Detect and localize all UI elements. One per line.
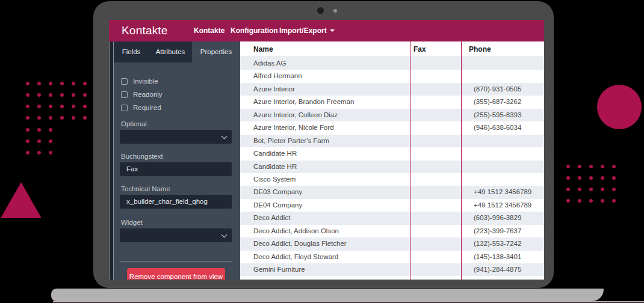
table-row[interactable]: Bot, Pieter Parter's Farm [240, 135, 544, 147]
remove-component-button[interactable]: Remove component from view [127, 268, 225, 280]
table-row[interactable]: Alfred Hermann [240, 70, 544, 82]
decoration-dot [578, 199, 581, 203]
decoration-dot [26, 151, 29, 155]
table-row[interactable]: DE03 Company+49 1512 3456789 [240, 186, 544, 198]
table-row[interactable]: Deco Addict, Floyd Steward(145)-138-3401 [240, 251, 544, 263]
table-row[interactable]: DE04 Company+49 1512 3456789 [240, 199, 544, 212]
sidebar-scrollbar[interactable] [109, 41, 114, 280]
decoration-dot-grid-left-top [22, 78, 90, 123]
widget-select[interactable] [120, 228, 232, 242]
checkbox-required[interactable]: Required [121, 101, 163, 114]
cell-phone: +49 1512 3456789 [461, 199, 544, 212]
app-header: Kontakte Kontakte Konfiguration Import/E… [109, 20, 544, 41]
optional-select[interactable] [120, 130, 232, 144]
menu-item-import-export[interactable]: Import/Export [279, 20, 335, 41]
decoration-dot [83, 82, 87, 85]
caret-down-icon [330, 29, 335, 32]
decoration-dot [37, 139, 41, 143]
decoration-dot [601, 165, 604, 168]
cell-phone [461, 161, 544, 173]
menu-item-kontakte[interactable]: Kontakte [194, 20, 224, 41]
column-header-name[interactable]: Name [240, 41, 410, 57]
studio-sidebar: Fields Attributes Properties Invisible R… [114, 41, 240, 280]
checkbox-icon[interactable] [121, 105, 128, 111]
cell-phone: (941)-284-4875 [461, 263, 544, 276]
tab-properties[interactable]: Properties [192, 41, 240, 63]
table-row[interactable]: Cisco System [240, 173, 544, 186]
table-row[interactable]: Deco Addict, Addison Olson(223)-399-7637 [240, 225, 544, 237]
menu-item-konfiguration[interactable]: Konfiguration [231, 20, 278, 41]
technical-name-input[interactable]: x_builder_char_field_qhog [120, 195, 232, 209]
screen: Kontakte Kontakte Konfiguration Import/E… [109, 20, 544, 280]
table-header: Name Fax Phone [240, 41, 544, 57]
cell-name: Deco Addict [240, 212, 410, 224]
decoration-dot [72, 105, 75, 108]
table-row[interactable]: Azure Interior, Colleen Diaz(255)-595-83… [240, 109, 544, 121]
decoration-dot [49, 151, 52, 155]
cell-name: Azure Interior, Nicole Ford [240, 121, 410, 134]
checkbox-label: Required [133, 104, 161, 111]
optional-label: Optional [121, 120, 147, 127]
cell-fax [410, 96, 461, 108]
buchungstext-input[interactable]: Fax [120, 162, 232, 176]
cell-phone: (603)-996-3829 [461, 212, 544, 224]
table-row[interactable]: Adidas AG [240, 57, 544, 70]
decoration-dot [601, 176, 604, 180]
decoration-dot [72, 82, 75, 85]
decoration-dot [601, 188, 604, 191]
decoration-dot [578, 188, 581, 191]
cell-name: Deco Addict, Floyd Steward [240, 251, 410, 263]
decoration-dot [26, 82, 29, 85]
cell-phone [461, 135, 544, 147]
cell-name: Bot, Pieter Parter's Farm [240, 135, 410, 147]
checkbox-icon[interactable] [121, 78, 128, 85]
tab-fields[interactable]: Fields [114, 41, 149, 63]
laptop-base [51, 289, 604, 301]
table-row[interactable]: Azure Interior(870)-931-0505 [240, 83, 544, 96]
decoration-dot [26, 139, 29, 143]
column-header-fax[interactable]: Fax [410, 41, 461, 57]
decoration-dot [566, 165, 570, 168]
table-row[interactable]: Azure Interior, Nicole Ford(946)-638-603… [240, 121, 544, 134]
decoration-dot [26, 93, 29, 97]
table-row[interactable]: Deco Addict(603)-996-3829 [240, 212, 544, 224]
table-row[interactable]: Gemini Furniture(941)-284-4875 [240, 263, 544, 276]
cell-name: DE04 Company [240, 199, 410, 212]
cell-phone: (946)-638-6034 [461, 121, 544, 134]
decoration-dot [60, 93, 64, 97]
decoration-dot [60, 82, 64, 85]
cell-name: Gemini Furniture [240, 263, 410, 276]
decoration-dot [26, 105, 29, 108]
cell-fax [410, 121, 461, 134]
table-row[interactable]: Candidate HR [240, 147, 544, 160]
cell-name: Alfred Hermann [240, 70, 410, 82]
checkbox-label: Invisible [133, 78, 158, 85]
cell-phone: (145)-138-3401 [461, 251, 544, 263]
decoration-dot [83, 105, 87, 108]
cell-fax [410, 186, 461, 198]
cell-name: Azure Interior, Brandon Freeman [240, 96, 410, 108]
decoration-dot [49, 139, 52, 143]
cell-fax [410, 212, 461, 224]
decoration-dot [49, 116, 52, 120]
chevron-down-icon [221, 232, 228, 238]
table-row[interactable]: Deco Addict, Douglas Fletcher(132)-553-7… [240, 237, 544, 250]
checkbox-readonly[interactable]: Readonly [121, 88, 163, 101]
decoration-dot [578, 165, 581, 168]
decoration-dot [566, 176, 570, 180]
tab-attributes[interactable]: Attributes [149, 41, 192, 63]
webcam-icon [317, 7, 324, 14]
checkbox-icon[interactable] [121, 91, 128, 98]
cell-fax [410, 83, 461, 96]
checkbox-invisible[interactable]: Invisible [121, 75, 163, 88]
cell-phone [461, 57, 544, 70]
decoration-dot [26, 128, 29, 132]
decoration-dot [49, 105, 52, 108]
decoration-dot [37, 105, 41, 108]
decoration-dot [601, 199, 604, 203]
column-header-phone[interactable]: Phone [461, 41, 544, 57]
table-row[interactable]: Azure Interior, Brandon Freeman(355)-687… [240, 96, 544, 108]
table-row[interactable]: Candidate HR [240, 161, 544, 173]
decoration-dot [49, 82, 52, 85]
cell-phone: (355)-687-3262 [461, 96, 544, 108]
